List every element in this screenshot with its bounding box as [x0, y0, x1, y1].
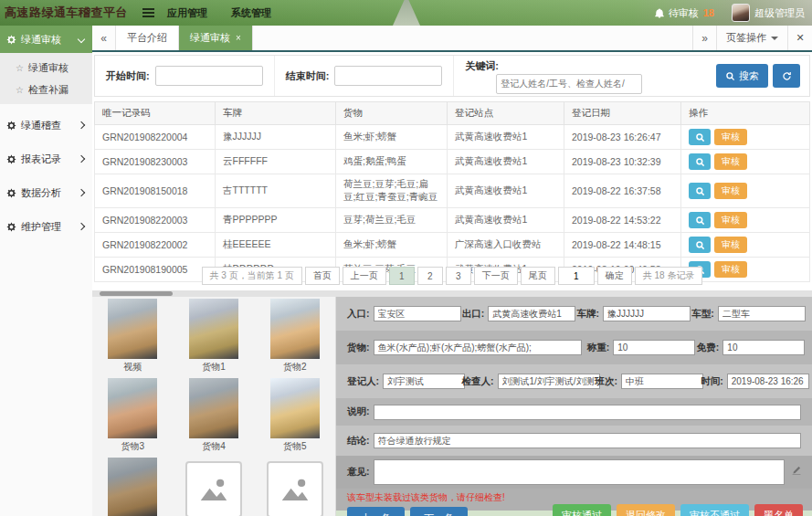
goto-page-input[interactable] [558, 267, 595, 285]
evidence-photo-thumbnail[interactable] [270, 378, 320, 438]
sidebar-subitem[interactable]: ☆绿通审核 [0, 57, 92, 79]
gallery-item[interactable]: 其他 [254, 458, 335, 516]
sidebar-item-label: 报表记录 [21, 153, 61, 166]
reject-button[interactable]: 审核不通过 [680, 504, 749, 516]
cell-plate: 豫JJJJJJ [216, 125, 336, 150]
avatar[interactable] [732, 4, 750, 22]
review-record-button[interactable]: 审核 [714, 212, 747, 228]
username[interactable]: 超级管理员 [754, 6, 805, 20]
field-input[interactable] [718, 306, 806, 321]
field-input[interactable] [613, 340, 695, 355]
field-input[interactable] [498, 374, 600, 389]
view-record-button[interactable] [689, 212, 711, 228]
gallery-item-label: 货物2 [283, 361, 307, 374]
sidebar-item[interactable]: 报表记录 [0, 145, 92, 173]
field-label: 入口: [347, 308, 370, 321]
gallery-item[interactable]: 货物1 [174, 299, 255, 378]
gallery-item[interactable]: 货物3 [92, 378, 174, 458]
search-button[interactable]: 搜索 [716, 64, 768, 88]
review-record-button[interactable]: 审核 [714, 183, 747, 199]
nav-system-management[interactable]: 系统管理 [231, 6, 271, 20]
last-page-button[interactable]: 尾页 [521, 267, 555, 285]
chevron-right-icon [78, 121, 85, 129]
field-input[interactable] [727, 374, 809, 389]
sidebar-item[interactable]: 绿通审核 [0, 26, 92, 53]
edit-icon[interactable] [792, 466, 801, 475]
gallery-item[interactable]: 货物4 [174, 378, 255, 458]
start-time-input[interactable] [155, 66, 263, 86]
tab-label: 绿通审核 [190, 31, 230, 45]
page-number-button[interactable]: 3 [446, 267, 471, 285]
evidence-photo-thumbnail[interactable] [108, 458, 157, 516]
blacklist-button[interactable]: 黑名单 [754, 504, 803, 516]
view-record-button[interactable] [689, 237, 711, 253]
field-input[interactable] [488, 306, 575, 321]
approve-button[interactable]: 审核通过 [553, 504, 611, 516]
close-all-tabs-icon[interactable]: ✕ [787, 26, 812, 50]
field-input[interactable] [621, 374, 703, 389]
prev-page-button[interactable]: 上一页 [343, 267, 386, 285]
first-page-button[interactable]: 首页 [305, 267, 340, 285]
evidence-photo-thumbnail[interactable] [108, 378, 157, 438]
search-button-label: 搜索 [739, 69, 759, 83]
field-input[interactable] [603, 306, 691, 321]
sidebar-item[interactable]: 维护管理 [0, 213, 92, 240]
gallery-item[interactable]: 视频 [92, 299, 174, 378]
refresh-button[interactable] [773, 64, 800, 88]
edit-icon-wrap[interactable] [790, 466, 801, 479]
tab-platform-intro[interactable]: 平台介绍 [116, 26, 179, 50]
gallery-item[interactable]: 货物2 [254, 299, 335, 378]
tabs-scroll-right-icon[interactable]: » [692, 26, 716, 50]
evidence-photo-thumbnail[interactable] [189, 299, 238, 359]
keyword-input[interactable] [496, 74, 642, 94]
next-record-button[interactable]: 下一条 [410, 507, 468, 516]
tab-close-icon[interactable]: × [236, 33, 241, 43]
cell-date: 2019-08-22 14:53:22 [564, 208, 681, 233]
nav-app-management[interactable]: 应用管理 [167, 6, 207, 20]
return-for-edit-button[interactable]: 退回修改 [617, 504, 675, 516]
previous-record-button[interactable]: 上一条 [347, 507, 405, 516]
field-input[interactable] [722, 340, 805, 355]
scrollbar-thumb[interactable] [100, 291, 173, 296]
table-row: GRN201908230003云FFFFFF鸡蛋;鹅蛋;鸭蛋武黄高速收费站120… [95, 150, 810, 174]
review-record-button[interactable]: 审核 [714, 237, 747, 253]
sidebar-subitem[interactable]: ☆检查补漏 [0, 79, 92, 100]
gallery-item[interactable]: 其他 [174, 458, 255, 516]
cell-date: 2019-08-23 10:32:39 [564, 150, 681, 174]
tab-label: 平台介绍 [127, 31, 167, 45]
review-record-button[interactable]: 审核 [714, 153, 747, 170]
field-input[interactable] [374, 306, 461, 321]
bell-icon[interactable] [655, 8, 664, 18]
tab-operations-dropdown[interactable]: 页签操作 [716, 26, 787, 50]
gallery-item[interactable]: 其他 [92, 458, 174, 516]
evidence-photo-thumbnail[interactable] [108, 299, 157, 359]
tabs-scroll-left-icon[interactable]: « [92, 26, 116, 50]
evidence-photo-thumbnail[interactable] [270, 299, 320, 359]
evidence-photo-thumbnail[interactable] [189, 378, 238, 438]
sidebar-item[interactable]: 绿通稽查 [0, 111, 92, 139]
view-record-button[interactable] [689, 153, 711, 170]
end-time-input[interactable] [334, 66, 442, 86]
menu-toggle-icon[interactable] [142, 8, 154, 17]
tab-green-pass-review[interactable]: 绿通审核× [179, 26, 253, 50]
goto-confirm-button[interactable]: 确定 [597, 267, 632, 285]
detail-field: 结论: [347, 433, 801, 448]
page-number-button[interactable]: 1 [389, 267, 415, 285]
field-input[interactable] [374, 340, 582, 355]
next-page-button[interactable]: 下一页 [474, 267, 518, 285]
field-input[interactable] [374, 433, 802, 448]
cell-goods: 鱼米;虾;螃蟹 [336, 233, 448, 258]
field-input[interactable] [383, 374, 465, 389]
gear-icon [6, 154, 16, 164]
gear-icon [6, 188, 16, 198]
page-number-button[interactable]: 2 [417, 267, 443, 285]
field-input[interactable] [374, 459, 786, 485]
gallery-item[interactable]: 货物5 [254, 378, 335, 458]
view-record-button[interactable] [689, 183, 711, 199]
pending-review-label[interactable]: 待审核 [669, 6, 699, 20]
sidebar-item[interactable]: 数据分析 [0, 179, 92, 206]
view-record-button[interactable] [689, 129, 711, 145]
horizontal-scrollbar[interactable] [92, 290, 812, 297]
field-input[interactable] [374, 405, 802, 420]
review-record-button[interactable]: 审核 [714, 129, 747, 145]
